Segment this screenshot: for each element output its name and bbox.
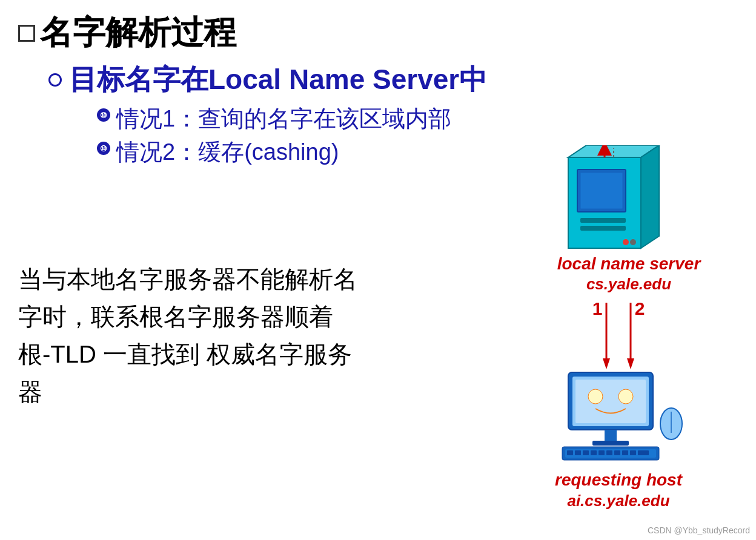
svg-rect-32: [598, 450, 605, 455]
svg-text:ai.cs.yale.edu: ai.cs.yale.edu: [567, 492, 669, 510]
svg-rect-35: [622, 450, 628, 455]
svg-point-23: [618, 389, 633, 404]
svg-text:local name server: local name server: [557, 254, 702, 273]
svg-rect-29: [575, 450, 581, 455]
title-checkbox-icon: [18, 25, 35, 42]
svg-text:2: 2: [635, 298, 645, 318]
svg-rect-30: [583, 450, 589, 455]
svg-rect-5: [580, 218, 626, 223]
svg-rect-4: [580, 173, 623, 209]
num-bullet-2-icon: ⑩: [97, 142, 110, 155]
circle-bullet-icon: [48, 73, 62, 87]
watermark: CSDN @Ybb_studyRecord: [648, 525, 750, 535]
page-title: 名字解析过程: [40, 11, 236, 55]
svg-text:cs.yale.edu: cs.yale.edu: [586, 275, 671, 293]
bullet1-text: 目标名字在Local Name Server中: [69, 61, 487, 99]
num-bullet-1-icon: ⑩: [97, 108, 110, 122]
svg-rect-37: [638, 450, 649, 455]
svg-point-22: [588, 389, 603, 404]
svg-rect-34: [614, 450, 620, 455]
main-content: 名字解析过程 目标名字在Local Name Server中 ⑩ 情况1：查询的…: [0, 0, 756, 540]
svg-rect-36: [630, 450, 636, 455]
dns-diagram: local name server cs.yale.edu 1 2: [508, 145, 750, 521]
svg-marker-2: [641, 145, 659, 248]
svg-rect-6: [580, 226, 626, 231]
desc-text: 当与本地名字服务器不能解析名字时，联系根名字服务器顺着根-TLD 一直找到 权威…: [18, 260, 357, 410]
svg-point-7: [623, 239, 629, 245]
svg-rect-31: [591, 450, 597, 455]
svg-rect-24: [605, 430, 617, 441]
bullet-level2a: ⑩ 情况1：查询的名字在该区域内部: [97, 104, 756, 134]
svg-point-8: [630, 239, 636, 245]
svg-rect-21: [575, 380, 646, 423]
svg-rect-28: [567, 450, 573, 455]
svg-rect-25: [592, 441, 629, 446]
svg-marker-18: [627, 358, 634, 369]
svg-rect-33: [606, 450, 612, 455]
bullet2a-text: 情况1：查询的名字在该区域内部: [116, 104, 451, 134]
title-row: 名字解析过程: [18, 11, 756, 55]
svg-marker-15: [603, 358, 610, 369]
svg-text:1: 1: [592, 298, 603, 318]
bullet2b-text: 情况2：缓存(cashing): [116, 137, 339, 168]
svg-text:requesting host: requesting host: [555, 470, 683, 489]
bullet-level1: 目标名字在Local Name Server中: [48, 61, 756, 99]
